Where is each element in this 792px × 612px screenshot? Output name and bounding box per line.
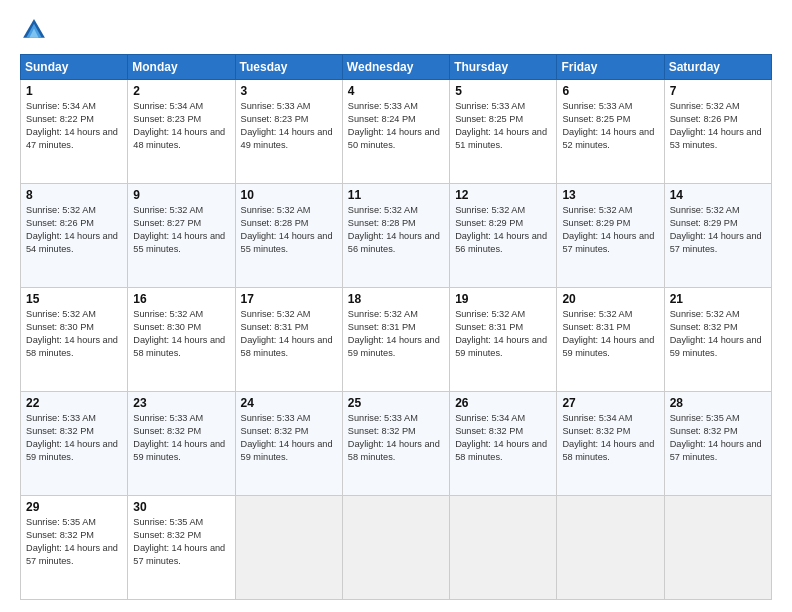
day-number: 11 [348,188,444,202]
calendar-cell: 27 Sunrise: 5:34 AMSunset: 8:32 PMDaylig… [557,392,664,496]
calendar-cell: 24 Sunrise: 5:33 AMSunset: 8:32 PMDaylig… [235,392,342,496]
logo-icon [20,16,48,44]
calendar-cell: 14 Sunrise: 5:32 AMSunset: 8:29 PMDaylig… [664,184,771,288]
day-number: 6 [562,84,658,98]
calendar-cell: 29 Sunrise: 5:35 AMSunset: 8:32 PMDaylig… [21,496,128,600]
day-info: Sunrise: 5:32 AMSunset: 8:29 PMDaylight:… [455,205,547,254]
day-number: 2 [133,84,229,98]
day-number: 9 [133,188,229,202]
day-number: 8 [26,188,122,202]
day-info: Sunrise: 5:32 AMSunset: 8:30 PMDaylight:… [26,309,118,358]
calendar-cell: 7 Sunrise: 5:32 AMSunset: 8:26 PMDayligh… [664,80,771,184]
header [20,16,772,44]
day-number: 7 [670,84,766,98]
day-info: Sunrise: 5:32 AMSunset: 8:28 PMDaylight:… [241,205,333,254]
day-number: 28 [670,396,766,410]
calendar-cell: 21 Sunrise: 5:32 AMSunset: 8:32 PMDaylig… [664,288,771,392]
calendar-cell: 30 Sunrise: 5:35 AMSunset: 8:32 PMDaylig… [128,496,235,600]
calendar-cell: 28 Sunrise: 5:35 AMSunset: 8:32 PMDaylig… [664,392,771,496]
day-number: 10 [241,188,337,202]
calendar-cell: 11 Sunrise: 5:32 AMSunset: 8:28 PMDaylig… [342,184,449,288]
calendar-cell: 26 Sunrise: 5:34 AMSunset: 8:32 PMDaylig… [450,392,557,496]
day-info: Sunrise: 5:33 AMSunset: 8:32 PMDaylight:… [348,413,440,462]
calendar-cell [235,496,342,600]
calendar-cell: 17 Sunrise: 5:32 AMSunset: 8:31 PMDaylig… [235,288,342,392]
calendar-cell: 8 Sunrise: 5:32 AMSunset: 8:26 PMDayligh… [21,184,128,288]
calendar-cell: 13 Sunrise: 5:32 AMSunset: 8:29 PMDaylig… [557,184,664,288]
day-number: 14 [670,188,766,202]
calendar-cell: 5 Sunrise: 5:33 AMSunset: 8:25 PMDayligh… [450,80,557,184]
calendar-cell: 1 Sunrise: 5:34 AMSunset: 8:22 PMDayligh… [21,80,128,184]
day-info: Sunrise: 5:34 AMSunset: 8:32 PMDaylight:… [562,413,654,462]
day-info: Sunrise: 5:33 AMSunset: 8:25 PMDaylight:… [562,101,654,150]
column-header-friday: Friday [557,55,664,80]
day-number: 27 [562,396,658,410]
day-number: 22 [26,396,122,410]
calendar-cell: 16 Sunrise: 5:32 AMSunset: 8:30 PMDaylig… [128,288,235,392]
calendar-cell: 4 Sunrise: 5:33 AMSunset: 8:24 PMDayligh… [342,80,449,184]
day-number: 1 [26,84,122,98]
header-row: SundayMondayTuesdayWednesdayThursdayFrid… [21,55,772,80]
day-info: Sunrise: 5:34 AMSunset: 8:23 PMDaylight:… [133,101,225,150]
calendar-cell: 9 Sunrise: 5:32 AMSunset: 8:27 PMDayligh… [128,184,235,288]
week-row-4: 22 Sunrise: 5:33 AMSunset: 8:32 PMDaylig… [21,392,772,496]
calendar-cell: 10 Sunrise: 5:32 AMSunset: 8:28 PMDaylig… [235,184,342,288]
day-number: 24 [241,396,337,410]
calendar-cell: 22 Sunrise: 5:33 AMSunset: 8:32 PMDaylig… [21,392,128,496]
calendar-cell [557,496,664,600]
day-number: 19 [455,292,551,306]
column-header-saturday: Saturday [664,55,771,80]
day-number: 15 [26,292,122,306]
calendar-cell [664,496,771,600]
calendar-cell: 18 Sunrise: 5:32 AMSunset: 8:31 PMDaylig… [342,288,449,392]
week-row-3: 15 Sunrise: 5:32 AMSunset: 8:30 PMDaylig… [21,288,772,392]
day-info: Sunrise: 5:32 AMSunset: 8:26 PMDaylight:… [26,205,118,254]
calendar-cell: 20 Sunrise: 5:32 AMSunset: 8:31 PMDaylig… [557,288,664,392]
day-info: Sunrise: 5:32 AMSunset: 8:29 PMDaylight:… [670,205,762,254]
day-info: Sunrise: 5:32 AMSunset: 8:31 PMDaylight:… [562,309,654,358]
day-info: Sunrise: 5:32 AMSunset: 8:32 PMDaylight:… [670,309,762,358]
day-number: 18 [348,292,444,306]
day-info: Sunrise: 5:34 AMSunset: 8:22 PMDaylight:… [26,101,118,150]
day-number: 20 [562,292,658,306]
day-info: Sunrise: 5:32 AMSunset: 8:27 PMDaylight:… [133,205,225,254]
column-header-sunday: Sunday [21,55,128,80]
column-header-wednesday: Wednesday [342,55,449,80]
calendar-cell [342,496,449,600]
logo [20,16,52,44]
page: SundayMondayTuesdayWednesdayThursdayFrid… [0,0,792,612]
day-info: Sunrise: 5:34 AMSunset: 8:32 PMDaylight:… [455,413,547,462]
day-info: Sunrise: 5:33 AMSunset: 8:32 PMDaylight:… [241,413,333,462]
column-header-monday: Monday [128,55,235,80]
calendar-cell: 19 Sunrise: 5:32 AMSunset: 8:31 PMDaylig… [450,288,557,392]
day-number: 25 [348,396,444,410]
day-number: 29 [26,500,122,514]
calendar-table: SundayMondayTuesdayWednesdayThursdayFrid… [20,54,772,600]
day-number: 4 [348,84,444,98]
day-number: 17 [241,292,337,306]
day-info: Sunrise: 5:32 AMSunset: 8:29 PMDaylight:… [562,205,654,254]
calendar-cell: 15 Sunrise: 5:32 AMSunset: 8:30 PMDaylig… [21,288,128,392]
day-info: Sunrise: 5:33 AMSunset: 8:32 PMDaylight:… [26,413,118,462]
day-number: 5 [455,84,551,98]
day-info: Sunrise: 5:32 AMSunset: 8:31 PMDaylight:… [455,309,547,358]
day-number: 13 [562,188,658,202]
day-info: Sunrise: 5:32 AMSunset: 8:30 PMDaylight:… [133,309,225,358]
day-info: Sunrise: 5:33 AMSunset: 8:25 PMDaylight:… [455,101,547,150]
calendar-cell: 12 Sunrise: 5:32 AMSunset: 8:29 PMDaylig… [450,184,557,288]
calendar-cell [450,496,557,600]
week-row-1: 1 Sunrise: 5:34 AMSunset: 8:22 PMDayligh… [21,80,772,184]
calendar-cell: 23 Sunrise: 5:33 AMSunset: 8:32 PMDaylig… [128,392,235,496]
day-info: Sunrise: 5:33 AMSunset: 8:32 PMDaylight:… [133,413,225,462]
day-info: Sunrise: 5:33 AMSunset: 8:23 PMDaylight:… [241,101,333,150]
column-header-thursday: Thursday [450,55,557,80]
day-number: 21 [670,292,766,306]
day-info: Sunrise: 5:32 AMSunset: 8:28 PMDaylight:… [348,205,440,254]
calendar-cell: 2 Sunrise: 5:34 AMSunset: 8:23 PMDayligh… [128,80,235,184]
week-row-2: 8 Sunrise: 5:32 AMSunset: 8:26 PMDayligh… [21,184,772,288]
day-number: 12 [455,188,551,202]
day-info: Sunrise: 5:35 AMSunset: 8:32 PMDaylight:… [670,413,762,462]
day-info: Sunrise: 5:33 AMSunset: 8:24 PMDaylight:… [348,101,440,150]
day-number: 23 [133,396,229,410]
week-row-5: 29 Sunrise: 5:35 AMSunset: 8:32 PMDaylig… [21,496,772,600]
